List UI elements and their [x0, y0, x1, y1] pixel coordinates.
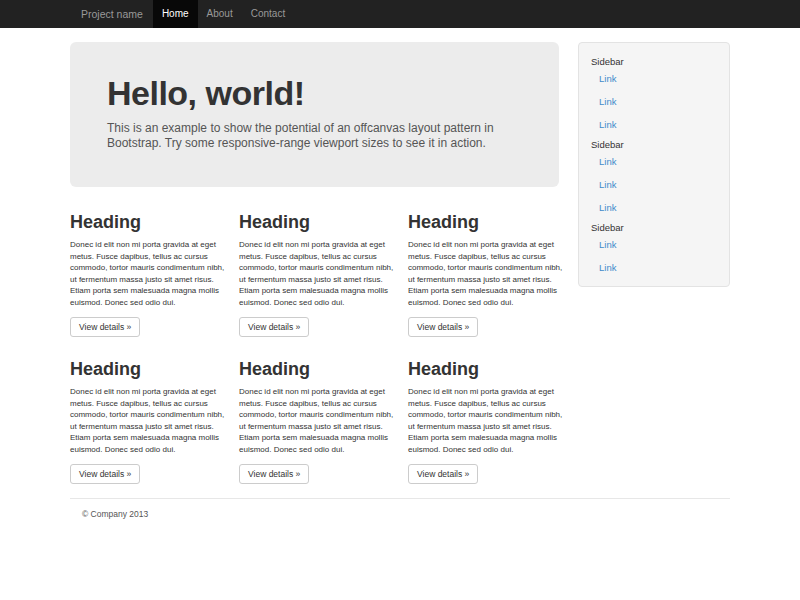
page-title: Hello, world! [107, 75, 522, 112]
sidebar-link[interactable]: Link [591, 262, 717, 273]
view-details-button[interactable]: View details » [239, 317, 309, 337]
card: Heading Donec id elit non mi porta gravi… [239, 359, 394, 484]
navbar-menu: Home About Contact [153, 0, 294, 28]
sidebar-link[interactable]: Link [591, 156, 717, 167]
page: Project name Home About Contact Hello, w… [0, 0, 800, 519]
card-heading: Heading [408, 359, 563, 380]
card: Heading Donec id elit non mi porta gravi… [239, 212, 394, 337]
cards-row-2: Heading Donec id elit non mi porta gravi… [70, 359, 578, 484]
sidebar-link[interactable]: Link [591, 96, 717, 107]
card: Heading Donec id elit non mi porta gravi… [408, 359, 563, 484]
card-text: Donec id elit non mi porta gravida at eg… [239, 239, 396, 308]
card: Heading Donec id elit non mi porta gravi… [408, 212, 563, 337]
sidebar-link[interactable]: Link [591, 179, 717, 190]
sidebar-group-label: Sidebar [591, 222, 717, 233]
copyright-text: © Company 2013 [82, 509, 730, 519]
sidebar-link[interactable]: Link [591, 119, 717, 130]
card-text: Donec id elit non mi porta gravida at eg… [408, 239, 565, 308]
sidebar-group-1: Sidebar Link Link Link [591, 56, 717, 130]
view-details-button[interactable]: View details » [70, 317, 140, 337]
sidebar-group-label: Sidebar [591, 56, 717, 67]
brand-link[interactable]: Project name [70, 0, 153, 28]
card-heading: Heading [70, 212, 225, 233]
view-details-button[interactable]: View details » [408, 464, 478, 484]
card-text: Donec id elit non mi porta gravida at eg… [239, 386, 396, 455]
sidebar-group-3: Sidebar Link Link [591, 222, 717, 273]
nav-item-about[interactable]: About [198, 0, 242, 28]
card: Heading Donec id elit non mi porta gravi… [70, 212, 225, 337]
card-text: Donec id elit non mi porta gravida at eg… [408, 386, 565, 455]
jumbotron-subtitle: This is an example to show the potential… [107, 121, 522, 151]
sidebar-link[interactable]: Link [591, 73, 717, 84]
main-column: Hello, world! This is an example to show… [70, 42, 578, 484]
sidebar-link[interactable]: Link [591, 202, 717, 213]
view-details-button[interactable]: View details » [70, 464, 140, 484]
sidebar-group-2: Sidebar Link Link Link [591, 139, 717, 213]
card-text: Donec id elit non mi porta gravida at eg… [70, 239, 227, 308]
nav-item-home[interactable]: Home [153, 0, 198, 28]
view-details-button[interactable]: View details » [408, 317, 478, 337]
page-container: Hello, world! This is an example to show… [70, 28, 730, 519]
sidebar-column: Sidebar Link Link Link Sidebar Link Link… [578, 42, 730, 484]
card-heading: Heading [70, 359, 225, 380]
card-heading: Heading [239, 359, 394, 380]
sidebar-group-label: Sidebar [591, 139, 717, 150]
jumbotron: Hello, world! This is an example to show… [70, 42, 559, 187]
nav-item-contact[interactable]: Contact [242, 0, 294, 28]
cards-row-1: Heading Donec id elit non mi porta gravi… [70, 212, 578, 337]
card-heading: Heading [239, 212, 394, 233]
card: Heading Donec id elit non mi porta gravi… [70, 359, 225, 484]
navbar-container: Project name Home About Contact [70, 0, 730, 28]
top-navbar: Project name Home About Contact [0, 0, 800, 28]
sidebar: Sidebar Link Link Link Sidebar Link Link… [578, 42, 730, 287]
card-text: Donec id elit non mi porta gravida at eg… [70, 386, 227, 455]
content-layout: Hello, world! This is an example to show… [70, 42, 730, 484]
footer: © Company 2013 [70, 498, 730, 519]
sidebar-link[interactable]: Link [591, 239, 717, 250]
view-details-button[interactable]: View details » [239, 464, 309, 484]
card-heading: Heading [408, 212, 563, 233]
